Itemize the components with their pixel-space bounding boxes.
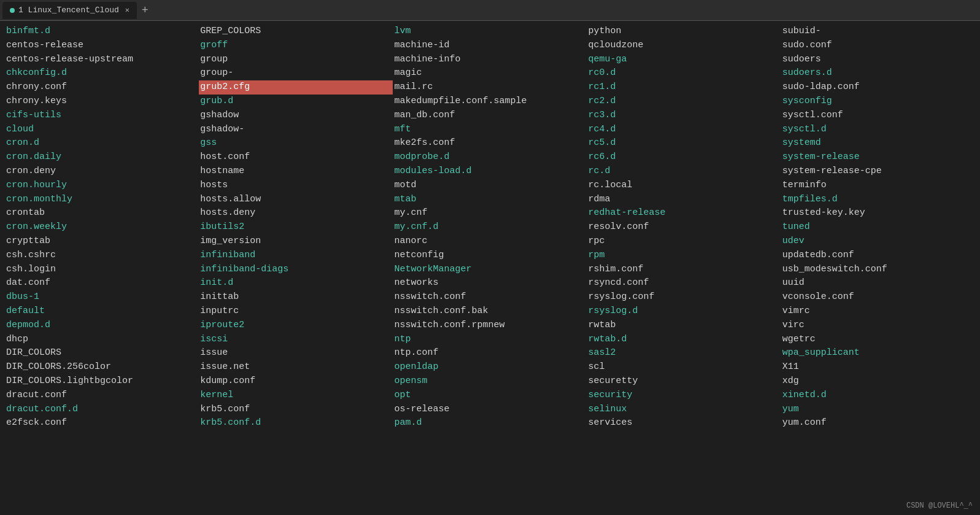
list-item: yum xyxy=(781,403,975,417)
list-item: pam.d xyxy=(393,416,587,430)
list-item: tmpfiles.d xyxy=(781,193,975,207)
list-item: sudoers xyxy=(781,53,975,67)
list-item: rc4.d xyxy=(587,123,781,137)
list-item: DIR_COLORS xyxy=(5,346,199,360)
list-item: gshadow- xyxy=(199,123,393,137)
list-item: modprobe.d xyxy=(393,150,587,165)
new-tab-button[interactable]: + xyxy=(137,4,153,17)
list-item: machine-id xyxy=(393,39,587,53)
list-item: usb_modeswitch.conf xyxy=(781,263,975,277)
file-listing: binfmt.dcentos-releasecentos-release-ups… xyxy=(5,25,975,430)
list-item: lvm xyxy=(393,25,587,39)
list-item: opensm xyxy=(393,374,587,389)
list-item: xinetd.d xyxy=(781,389,975,403)
list-item: group xyxy=(199,53,393,67)
list-item: cron.daily xyxy=(5,150,199,165)
list-item: ntp.conf xyxy=(393,346,587,360)
list-item: yum.conf xyxy=(781,416,975,430)
list-item: resolv.conf xyxy=(587,220,781,234)
list-item: nanorc xyxy=(393,234,587,249)
list-item: cron.monthly xyxy=(5,193,199,207)
list-item: wpa_supplicant xyxy=(781,346,975,360)
list-item: nsswitch.conf.rpmnew xyxy=(393,319,587,333)
list-item: xdg xyxy=(781,374,975,389)
list-item: hosts.deny xyxy=(199,206,393,220)
list-item: rc5.d xyxy=(587,136,781,150)
list-item: system-release xyxy=(781,150,975,165)
list-item: e2fsck.conf xyxy=(5,416,199,430)
list-item: subuid- xyxy=(781,25,975,39)
list-item: terminfo xyxy=(781,179,975,193)
list-item: tuned xyxy=(781,220,975,234)
list-item: dbus-1 xyxy=(5,290,199,304)
list-item: default xyxy=(5,304,199,319)
list-item: vimrc xyxy=(781,304,975,319)
file-column-3: pythonqcloudzoneqemu-garc0.drc1.drc2.drc… xyxy=(587,25,781,430)
active-tab[interactable]: 1 Linux_Tencent_Cloud ✕ xyxy=(2,2,137,19)
list-item: rwtab.d xyxy=(587,333,781,347)
list-item: binfmt.d xyxy=(5,25,199,39)
list-item: cifs-utils xyxy=(5,109,199,123)
list-item: rc.d xyxy=(587,165,781,179)
tab-close-icon[interactable]: ✕ xyxy=(125,6,129,15)
list-item: machine-info xyxy=(393,53,587,67)
list-item: vconsole.conf xyxy=(781,290,975,304)
list-item: depmod.d xyxy=(5,319,199,333)
list-item: my.cnf.d xyxy=(393,220,587,234)
list-item: groff xyxy=(199,39,393,53)
list-item: infiniband xyxy=(199,249,393,263)
list-item: rsyslog.conf xyxy=(587,290,781,304)
list-item: hosts xyxy=(199,179,393,193)
list-item: cron.hourly xyxy=(5,179,199,193)
list-item: kdump.conf xyxy=(199,374,393,389)
list-item: scl xyxy=(587,360,781,374)
list-item: selinux xyxy=(587,403,781,417)
list-item: dhcp xyxy=(5,333,199,347)
list-item: sudo.conf xyxy=(781,39,975,53)
list-item: motd xyxy=(393,179,587,193)
list-item: sasl2 xyxy=(587,346,781,360)
list-item: iscsi xyxy=(199,333,393,347)
tab-dot xyxy=(10,8,15,13)
list-item: img_version xyxy=(199,234,393,249)
tab-bar: 1 Linux_Tencent_Cloud ✕ + xyxy=(0,0,980,21)
list-item: issue.net xyxy=(199,360,393,374)
list-item: mtab xyxy=(393,193,587,207)
list-item: crontab xyxy=(5,206,199,220)
list-item: uuid xyxy=(781,276,975,290)
list-item: krb5.conf xyxy=(199,403,393,417)
list-item: init.d xyxy=(199,276,393,290)
list-item: opt xyxy=(393,389,587,403)
list-item: dat.conf xyxy=(5,276,199,290)
list-item: wgetrc xyxy=(781,333,975,347)
list-item: grub.d xyxy=(199,95,393,109)
list-item: sysctl.d xyxy=(781,123,975,137)
list-item: mail.rc xyxy=(393,80,587,95)
list-item: os-release xyxy=(393,403,587,417)
list-item: rwtab xyxy=(587,319,781,333)
list-item: rpc xyxy=(587,234,781,249)
list-item: inittab xyxy=(199,290,393,304)
list-item: sudo-ldap.conf xyxy=(781,80,975,95)
list-item: rc1.d xyxy=(587,80,781,95)
list-item: nsswitch.conf xyxy=(393,290,587,304)
list-item: ntp xyxy=(393,333,587,347)
list-item: chrony.conf xyxy=(5,80,199,95)
list-item: trusted-key.key xyxy=(781,206,975,220)
list-item: sysconfig xyxy=(781,95,975,109)
file-column-1: GREP_COLORSgroffgroupgroup-grub2.cfggrub… xyxy=(199,25,393,430)
list-item: redhat-release xyxy=(587,206,781,220)
list-item: services xyxy=(587,416,781,430)
list-item: chkconfig.d xyxy=(5,66,199,80)
list-item: updatedb.conf xyxy=(781,249,975,263)
list-item: rc0.d xyxy=(587,66,781,80)
list-item: rsyncd.conf xyxy=(587,276,781,290)
list-item: virc xyxy=(781,319,975,333)
list-item: kernel xyxy=(199,389,393,403)
list-item: cron.d xyxy=(5,136,199,150)
list-item: man_db.conf xyxy=(393,109,587,123)
list-item: mke2fs.conf xyxy=(393,136,587,150)
list-item: csh.cshrc xyxy=(5,249,199,263)
list-item: securetty xyxy=(587,374,781,389)
list-item: modules-load.d xyxy=(393,165,587,179)
